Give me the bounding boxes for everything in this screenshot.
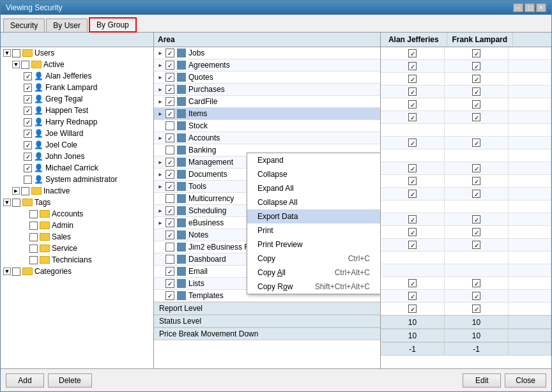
tree-item-service-tag[interactable]: Service — [1, 243, 153, 254]
tree-item-system[interactable]: 👤 System administrator ⋮⋮ — [1, 174, 153, 185]
data-cell-8-2[interactable] — [509, 149, 551, 162]
data-cell-1-0[interactable]: ✓ — [381, 60, 445, 72]
area-checkbox-11[interactable]: ✓ — [165, 182, 174, 191]
minimize-button[interactable]: ─ — [513, 3, 523, 12]
data-cell-4-0[interactable]: ✓ — [381, 98, 445, 110]
area-checkbox-13[interactable]: ✓ — [165, 206, 174, 215]
data-cell-13-0[interactable]: ✓ — [381, 213, 445, 225]
data-cell-11-1[interactable]: ✓ — [445, 188, 509, 200]
area-checkbox-6[interactable] — [165, 121, 174, 130]
area-checkbox-20[interactable]: ✓ — [165, 291, 174, 300]
data-cell-11-2[interactable] — [509, 188, 551, 200]
area-expand-4[interactable]: ► — [155, 99, 165, 105]
tree-item-accounts-tag[interactable]: Accounts — [1, 208, 153, 220]
tree-item-john[interactable]: ✓ 👤 John Jones — [1, 151, 153, 162]
area-checkbox-15[interactable]: ✓ — [165, 230, 174, 239]
area-expand-5[interactable]: ► — [155, 111, 165, 117]
data-cell-17-0[interactable] — [381, 264, 445, 276]
area-checkbox-14[interactable]: ✓ — [165, 218, 174, 227]
tree-item-inactive[interactable]: ► Inactive — [1, 185, 153, 197]
area-expand-0[interactable]: ► — [155, 50, 165, 56]
area-expand-13[interactable]: ► — [155, 208, 165, 214]
area-checkbox-10[interactable]: ✓ — [165, 170, 174, 179]
ctx-expand[interactable]: Expand — [247, 153, 380, 167]
checkbox-active[interactable] — [21, 61, 29, 69]
data-cell-6-1[interactable] — [445, 124, 509, 136]
area-checkbox-12[interactable] — [165, 194, 174, 203]
area-checkbox-3[interactable]: ✓ — [165, 85, 174, 94]
area-row-4[interactable]: ►✓CardFile — [154, 96, 380, 108]
area-checkbox-8[interactable] — [165, 146, 174, 155]
close-button[interactable]: Close — [505, 373, 546, 388]
data-cell-20-0[interactable]: ✓ — [381, 303, 445, 315]
data-cell-16-1[interactable] — [445, 252, 509, 264]
data-cell-12-1[interactable] — [445, 200, 509, 213]
data-cell-20-1[interactable]: ✓ — [445, 303, 509, 315]
tree-item-admin-tag[interactable]: Admin — [1, 220, 153, 231]
ctx-collapse-all[interactable]: Collapse All — [247, 195, 380, 209]
area-checkbox-19[interactable]: ✓ — [165, 279, 174, 288]
checkbox-inactive[interactable] — [21, 187, 29, 195]
checkbox-accounts-tag[interactable] — [29, 210, 38, 218]
data-cell-2-0[interactable]: ✓ — [381, 73, 445, 85]
area-expand-11[interactable]: ► — [155, 184, 165, 190]
data-cell-8-1[interactable] — [445, 149, 509, 162]
tree-item-tags[interactable]: ▼ Tags — [1, 197, 153, 208]
data-cell-9-0[interactable]: ✓ — [381, 162, 445, 174]
close-button[interactable]: ✕ — [536, 3, 546, 12]
data-cell-0-1[interactable]: ✓ — [445, 47, 509, 59]
data-cell-7-0[interactable]: ✓ — [381, 137, 445, 149]
checkbox-alan[interactable]: ✓ — [24, 72, 32, 80]
checkbox-sales-tag[interactable] — [29, 233, 38, 241]
data-cell-13-2[interactable] — [509, 213, 551, 225]
data-cell-17-1[interactable] — [445, 264, 509, 276]
data-cell-6-2[interactable] — [509, 124, 551, 136]
ctx-print[interactable]: Print — [247, 223, 380, 237]
data-cell-0-0[interactable]: ✓ — [381, 47, 445, 59]
checkbox-users[interactable] — [12, 49, 20, 57]
data-cell-16-0[interactable] — [381, 252, 445, 264]
tree-item-active[interactable]: ▼ Active — [1, 59, 153, 70]
tree-item-users[interactable]: ▼ Users — [1, 47, 153, 59]
ctx-print-preview[interactable]: Print Preview — [247, 237, 380, 252]
area-row-0[interactable]: ►✓Jobs — [154, 47, 380, 59]
tree-item-joel[interactable]: ✓ 👤 Joel Cole — [1, 139, 153, 151]
ctx-copy[interactable]: Copy Ctrl+C — [247, 252, 380, 266]
data-cell-18-2[interactable] — [509, 277, 551, 289]
data-cell-5-1[interactable]: ✓ — [445, 111, 509, 123]
data-cell-15-1[interactable]: ✓ — [445, 239, 509, 251]
ctx-collapse[interactable]: Collapse — [247, 167, 380, 181]
data-cell-3-0[interactable]: ✓ — [381, 86, 445, 98]
data-cell-7-2[interactable] — [509, 137, 551, 149]
data-cell-2-1[interactable]: ✓ — [445, 73, 509, 85]
area-checkbox-17[interactable] — [165, 255, 174, 264]
expand-users[interactable]: ▼ — [3, 49, 11, 57]
data-cell-14-0[interactable]: ✓ — [381, 226, 445, 238]
data-cell-8-0[interactable] — [381, 149, 445, 162]
checkbox-categories[interactable] — [12, 268, 20, 276]
data-cell-0-2[interactable] — [509, 47, 551, 59]
data-cell-6-0[interactable] — [381, 124, 445, 136]
tree-item-technicians-tag[interactable]: Technicians — [1, 254, 153, 266]
expand-active[interactable]: ▼ — [12, 61, 20, 68]
data-cell-19-0[interactable]: ✓ — [381, 290, 445, 302]
tree-item-categories[interactable]: ▼ Categories — [1, 266, 153, 277]
expand-inactive[interactable]: ► — [12, 187, 20, 195]
area-checkbox-0[interactable]: ✓ — [165, 49, 174, 57]
data-cell-20-2[interactable] — [509, 303, 551, 315]
data-cell-16-2[interactable] — [509, 252, 551, 264]
data-cell-10-2[interactable] — [509, 175, 551, 187]
checkbox-joel[interactable]: ✓ — [24, 141, 32, 149]
checkbox-michael[interactable]: ✓ — [24, 164, 32, 172]
area-checkbox-9[interactable]: ✓ — [165, 158, 174, 167]
tree-item-frank[interactable]: ✓ 👤 Frank Lampard — [1, 82, 153, 93]
restore-button[interactable]: ◻ — [525, 3, 535, 12]
tree-item-happen[interactable]: ✓ 👤 Happen Test — [1, 105, 153, 116]
area-row-5[interactable]: ►✓Items — [154, 108, 380, 120]
area-row-2[interactable]: ►✓Quotes — [154, 72, 380, 84]
data-cell-5-0[interactable]: ✓ — [381, 111, 445, 123]
area-expand-9[interactable]: ► — [155, 160, 165, 165]
data-cell-18-0[interactable]: ✓ — [381, 277, 445, 289]
tab-by-group[interactable]: By Group — [89, 17, 137, 33]
tree-item-michael[interactable]: ✓ 👤 Michael Carrick — [1, 162, 153, 174]
